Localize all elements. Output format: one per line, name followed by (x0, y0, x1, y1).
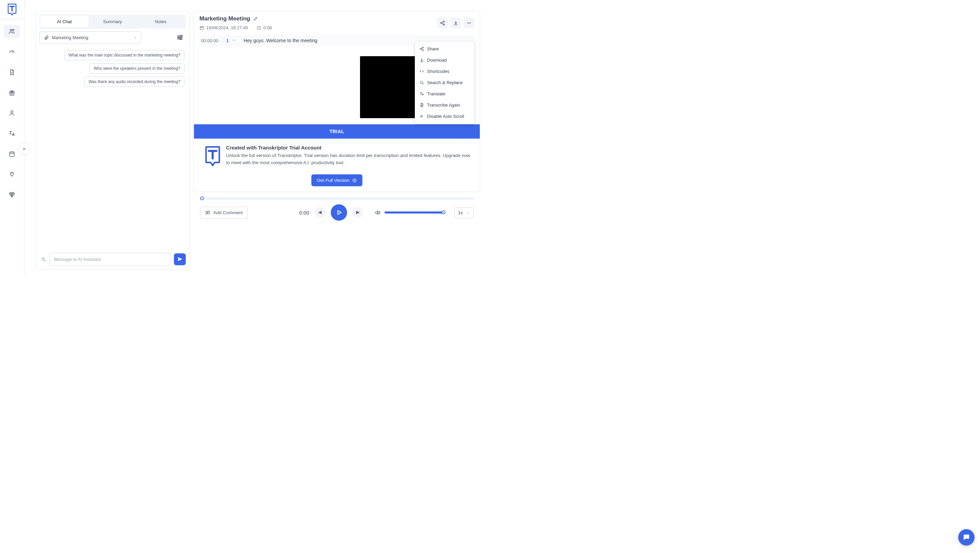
ai-sparkle-icon (40, 255, 47, 263)
dd-shortcodes[interactable]: Shortcodes (415, 66, 474, 77)
svg-point-11 (443, 21, 444, 22)
ai-panel: AI Chat Summary Notes Marketing Meeting … (36, 11, 190, 270)
nav-dashboard[interactable] (4, 45, 20, 58)
svg-rect-9 (200, 26, 203, 29)
dd-share[interactable]: Share (415, 43, 474, 54)
download-button[interactable] (450, 18, 461, 28)
dd-disable-auto-scroll[interactable]: Disable Auto Scroll (415, 111, 474, 122)
prev-button[interactable] (315, 207, 326, 218)
dd-download[interactable]: Download (415, 54, 474, 66)
svg-point-17 (422, 47, 423, 48)
send-button[interactable] (174, 253, 186, 265)
trial-description: Unlock the full version of Transkriptor.… (226, 152, 470, 167)
send-icon (177, 256, 183, 262)
nav-language[interactable] (4, 127, 20, 140)
share-button[interactable] (437, 18, 448, 28)
svg-point-18 (420, 48, 421, 49)
transcript-timestamp: 00:00:00 (201, 38, 223, 43)
attachment-select[interactable]: Marketing Meeting (40, 31, 142, 44)
get-full-version-button[interactable]: Get Full Version (311, 174, 363, 186)
scrub-thumb[interactable] (200, 196, 204, 200)
logo[interactable] (0, 0, 24, 19)
trial-logo (204, 145, 222, 170)
svg-point-1 (13, 29, 14, 31)
paperclip-icon (44, 35, 49, 40)
file-plus-icon (420, 103, 424, 107)
attachment-label: Marketing Meeting (52, 35, 130, 40)
nav-integration[interactable] (4, 168, 20, 181)
clock-icon (256, 25, 261, 30)
page-title: Marketing Meeting (199, 15, 250, 22)
edit-icon[interactable] (253, 16, 258, 21)
dd-transcribe-again[interactable]: Transcribe Again (415, 99, 474, 111)
current-time: 0:00 (299, 210, 309, 215)
skip-forward-icon (355, 210, 360, 215)
nav-account[interactable] (4, 107, 20, 120)
download-icon (420, 58, 424, 62)
more-dropdown: Share Download Shortcodes Search & Repla… (415, 41, 474, 124)
svg-point-15 (469, 22, 469, 24)
share-icon (420, 47, 424, 51)
svg-point-12 (440, 22, 442, 24)
more-icon (466, 21, 472, 25)
scrubber[interactable] (194, 192, 480, 199)
trial-badge: TRIAL (194, 124, 480, 139)
nav-people[interactable] (4, 25, 20, 38)
arrow-circle-right-icon (352, 178, 357, 183)
date-meta: 19/08/2024, 16:27:45 (199, 25, 248, 30)
more-button[interactable] (463, 18, 474, 28)
svg-rect-5 (10, 152, 14, 156)
volume-slider[interactable] (385, 212, 444, 214)
svg-point-19 (422, 50, 423, 51)
play-button[interactable] (331, 204, 347, 221)
svg-point-13 (443, 24, 444, 25)
suggestion-item[interactable]: Was there any audio recorded during the … (84, 76, 185, 87)
svg-point-14 (467, 22, 468, 24)
svg-point-0 (10, 29, 12, 31)
share-icon (440, 21, 445, 25)
volume-icon[interactable] (375, 210, 380, 215)
nav-premium[interactable] (4, 188, 20, 201)
chat-input[interactable]: Message to AI Assistant (50, 253, 172, 266)
trial-body: Created with Transkriptor Trial Account … (194, 139, 480, 174)
speed-select[interactable]: 1x (454, 207, 474, 218)
main-content: AI Chat Summary Notes Marketing Meeting … (24, 0, 490, 276)
calendar-icon (8, 150, 15, 157)
duration-meta: 0:08 (256, 25, 272, 30)
suggestion-item[interactable]: Who were the speakers present in the mee… (89, 63, 185, 73)
transkriptor-logo-icon (8, 3, 17, 16)
suggestion-item[interactable]: What was the main topic discussed in the… (64, 50, 185, 60)
comment-icon (205, 210, 210, 215)
nav-calendar[interactable] (4, 147, 20, 160)
add-comment-button[interactable]: Add Comment (200, 207, 248, 218)
download-icon (453, 21, 458, 25)
dd-translate[interactable]: Translate (415, 88, 474, 99)
sliders-icon (176, 34, 184, 41)
gauge-icon (8, 48, 15, 55)
nav-rewards[interactable] (4, 86, 20, 99)
gift-icon (8, 89, 15, 96)
diamond-icon (8, 191, 15, 198)
translate-icon (8, 130, 15, 137)
svg-point-4 (11, 111, 13, 113)
chevron-down-icon[interactable] (232, 38, 239, 43)
tab-ai-chat[interactable]: AI Chat (40, 16, 89, 27)
filter-button[interactable] (176, 33, 184, 41)
calendar-icon (199, 25, 204, 30)
next-button[interactable] (352, 207, 363, 218)
skip-back-icon (318, 210, 323, 215)
tab-summary[interactable]: Summary (89, 16, 137, 27)
dd-search-replace[interactable]: Search & Replace (415, 77, 474, 88)
play-icon (336, 209, 342, 216)
transcript-text: Hey guys. Welcome to the meeting (243, 38, 318, 43)
search-icon (420, 80, 424, 85)
player-bar: Add Comment 0:00 1x (194, 199, 480, 222)
translate-icon (420, 92, 424, 96)
transcript-speaker[interactable]: 1 (226, 37, 229, 44)
tab-notes[interactable]: Notes (137, 16, 185, 27)
volume-thumb[interactable] (442, 210, 445, 214)
details-card: Marketing Meeting 19/08/2024, 16:27:45 0… (194, 11, 480, 192)
nav-files[interactable] (4, 66, 20, 79)
svg-point-8 (180, 38, 181, 40)
plug-icon (8, 171, 15, 178)
